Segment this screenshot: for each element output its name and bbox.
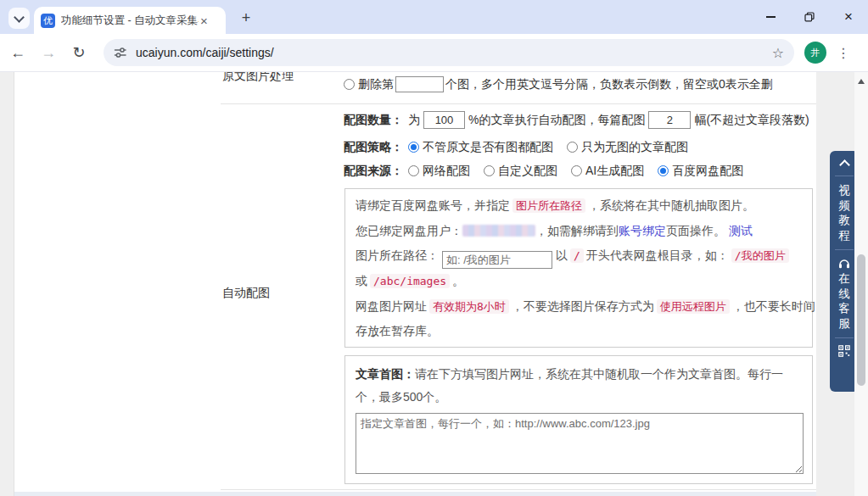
- radio-selected-icon[interactable]: [408, 142, 419, 153]
- radio-option-label: 自定义配图: [498, 164, 557, 177]
- restore-button[interactable]: [790, 0, 829, 34]
- text: 开头代表网盘根目录，如：: [586, 248, 729, 262]
- minimize-icon: [766, 16, 776, 17]
- text: 。: [452, 274, 464, 287]
- scrollbar-up-arrow-icon[interactable]: [858, 79, 865, 84]
- bookmark-star-icon[interactable]: ☆: [772, 45, 784, 61]
- page-scrollbar[interactable]: [854, 72, 868, 496]
- image-path-input[interactable]: [442, 251, 552, 269]
- chevron-down-icon: [14, 12, 25, 23]
- radio-icon[interactable]: [484, 165, 495, 176]
- text: ，也不要长时间: [732, 299, 815, 313]
- test-link[interactable]: 测试: [729, 224, 753, 237]
- address-bar[interactable]: ucaiyun.com/caiji/settings/ ☆: [104, 39, 794, 66]
- back-to-top-icon[interactable]: [839, 159, 850, 170]
- browser-menu-icon[interactable]: ⋮: [832, 45, 855, 61]
- radio-option-label: 百度网盘配图: [672, 164, 743, 177]
- image-count-label: 配图数量：: [344, 113, 403, 128]
- text: 请绑定百度网盘账号，并指定: [356, 198, 510, 212]
- image-count-text3: 幅(不超过文章段落数): [694, 113, 809, 128]
- image-strategy-row: 配图策略： 不管原文是否有图都配图 只为无图的文章配图: [344, 140, 702, 155]
- text: 页面操作。: [666, 224, 725, 237]
- online-service-button[interactable]: 在线客服: [838, 271, 851, 331]
- radio-option-only-no-image[interactable]: 只为无图的文章配图: [567, 140, 688, 155]
- netdisk-line4: 或/abc/images。: [356, 269, 802, 294]
- text: 或: [356, 274, 367, 287]
- first-image-urls-textarea[interactable]: [356, 413, 804, 474]
- browser-toolbar: ← → ↻ ucaiyun.com/caiji/settings/ ☆ 井 ⋮: [0, 34, 868, 72]
- code-my-images: /我的图片: [731, 248, 789, 263]
- image-count-text2: %的文章执行自动配图，每篇配图: [468, 113, 645, 128]
- percent-input[interactable]: [423, 111, 465, 129]
- text: ，如需解绑请到: [535, 224, 619, 237]
- close-window-button[interactable]: ×: [829, 0, 868, 34]
- code-expiry: 有效期为8小时: [429, 299, 509, 314]
- new-tab-button[interactable]: +: [236, 8, 256, 28]
- row-label-auto-image: 自动配图: [222, 286, 270, 301]
- netdisk-line1: 请绑定百度网盘账号，并指定图片所在路径，系统将在其中随机抽取图片。: [356, 193, 802, 219]
- image-source-label: 配图来源：: [344, 164, 403, 179]
- video-tutorial-button[interactable]: 视频教程: [838, 183, 851, 242]
- image-count-text1: 为: [408, 113, 420, 128]
- first-image-label: 文章首图：: [356, 367, 415, 381]
- code-abc-images: /abc/images: [370, 274, 450, 288]
- radio-option-label: AI生成配图: [585, 164, 644, 177]
- widget-divider: [835, 176, 854, 176]
- first-image-box: 文章首图：请在下方填写图片网址，系统在其中随机取一个作为文章首图。每行一个，最多…: [344, 355, 813, 484]
- restore-icon: [804, 12, 815, 22]
- next-section-edge: [14, 492, 816, 496]
- reload-button[interactable]: ↻: [66, 40, 92, 65]
- radio-icon[interactable]: [567, 142, 578, 153]
- text: ，系统将在其中随机抽取图片。: [588, 198, 754, 212]
- first-image-desc: 文章首图：请在下方填写图片网址，系统在其中随机取一个作为文章首图。每行一个，最多…: [356, 363, 802, 409]
- widget-divider: [835, 249, 854, 250]
- image-count-row: 配图数量： 为 %的文章执行自动配图，每篇配图 幅(不超过文章段落数): [344, 111, 809, 129]
- back-button[interactable]: ←: [5, 40, 31, 65]
- site-favicon: 优: [41, 14, 55, 28]
- code-remote-image: 使用远程图片: [657, 299, 730, 314]
- radio-icon[interactable]: [571, 165, 582, 176]
- text: 您已绑定网盘用户：: [356, 224, 462, 237]
- radio-option-label: 只为无图的文章配图: [581, 140, 688, 153]
- netdisk-line5: 网盘图片网址有效期为8小时，不要选择图片保存方式为使用远程图片，也不要长时间: [356, 294, 802, 320]
- headset-icon[interactable]: [837, 257, 851, 269]
- code-slash: /: [570, 248, 584, 263]
- radio-option-always[interactable]: 不管原文是否有图都配图: [408, 140, 553, 155]
- tab-search-button[interactable]: [8, 8, 30, 29]
- delete-index-input[interactable]: [395, 76, 444, 92]
- netdisk-line6: 存放在暂存库。: [356, 319, 802, 344]
- radio-option-custom[interactable]: 自定义配图: [484, 164, 557, 179]
- radio-delete-nth[interactable]: [344, 79, 355, 90]
- delete-option-text-pre: 删除第: [358, 77, 394, 92]
- url-text[interactable]: ucaiyun.com/caiji/settings/: [136, 46, 772, 59]
- radio-selected-icon[interactable]: [658, 165, 669, 176]
- netdisk-line3: 图片所在路径：以/开头代表网盘根目录，如：/我的图片: [356, 243, 802, 269]
- text: 以: [556, 248, 568, 262]
- text: 网盘图片网址: [356, 299, 427, 313]
- first-image-text: 请在下方填写图片网址，系统在其中随机取一个作为文章首图。每行一个，最多500个。: [356, 367, 783, 404]
- settings-page: 原文图片处理 删除第 个图，多个用英文逗号分隔，负数表示倒数，留空或0表示全删 …: [0, 72, 868, 496]
- profile-avatar[interactable]: 井: [804, 42, 826, 64]
- widget-divider: [835, 337, 854, 338]
- scrollbar-thumb[interactable]: [857, 254, 865, 386]
- page-left-gutter: [0, 72, 14, 496]
- per-article-count-input[interactable]: [648, 111, 691, 129]
- image-strategy-label: 配图策略：: [344, 140, 403, 155]
- qr-code-icon[interactable]: [838, 345, 850, 357]
- tab-close-icon[interactable]: ×: [200, 14, 208, 27]
- radio-option-ai[interactable]: AI生成配图: [571, 164, 644, 179]
- account-bind-link[interactable]: 账号绑定: [619, 224, 666, 237]
- redacted-username: [462, 225, 535, 237]
- radio-option-baidu-netdisk[interactable]: 百度网盘配图: [658, 164, 743, 179]
- radio-icon[interactable]: [408, 165, 419, 176]
- delete-option-text-post: 个图，多个用英文逗号分隔，负数表示倒数，留空或0表示全删: [445, 77, 773, 92]
- browser-tab[interactable]: 优 功能细节设置 - 自动文章采集器 ×: [34, 7, 226, 34]
- netdisk-line2: 您已绑定网盘用户：，如需解绑请到账号绑定页面操作。 测试: [356, 219, 802, 244]
- minimize-button[interactable]: [751, 0, 790, 34]
- radio-option-label: 不管原文是否有图都配图: [423, 140, 553, 153]
- radio-option-label: 网络配图: [423, 164, 470, 177]
- code-image-path: 图片所在路径: [512, 198, 585, 213]
- tab-title: 功能细节设置 - 自动文章采集器: [61, 14, 199, 28]
- radio-option-web[interactable]: 网络配图: [408, 164, 470, 179]
- site-info-icon[interactable]: [114, 46, 127, 59]
